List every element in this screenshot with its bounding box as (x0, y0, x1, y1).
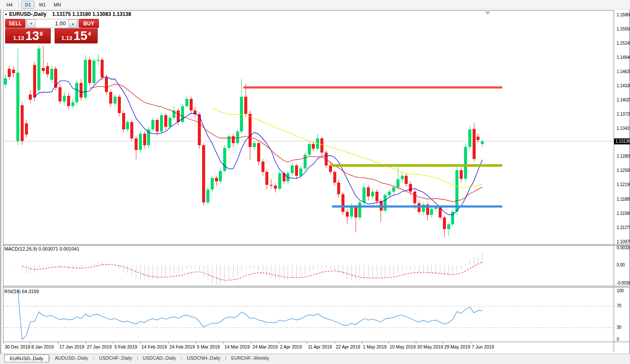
price-axis-label: 1.12195 (617, 182, 630, 187)
buy-button[interactable]: BUY (79, 19, 99, 28)
price-axis-label: 1.13415 (617, 126, 630, 131)
chart-tab-usdcnh[interactable]: USDCNH-,Daily (182, 354, 225, 362)
volume-decrease-icon[interactable]: ▼ (27, 19, 36, 28)
date-axis-label: 24 Feb 2019 (169, 344, 195, 349)
macd-axis-label: 0.003392 (617, 245, 630, 250)
price-axis-label: 1.11885 (617, 197, 630, 202)
ask-price-button[interactable]: 1.13 15 4 (55, 28, 98, 43)
price-axis-label: 1.13720 (617, 112, 630, 116)
chart-tab-audusd[interactable]: AUDUSD-,Daily (50, 354, 93, 362)
symbol-period-label: EURUSD-,Daily (9, 11, 46, 17)
macd-axis-label: -0.003664 (617, 281, 630, 285)
chart-title: ▲ EURUSD-,Daily 1.13175 1.13180 1.13083 … (4, 11, 131, 17)
ohlc-values: 1.13175 1.13180 1.13083 1.13138 (52, 11, 131, 17)
price-axis-label: 1.15550 (617, 27, 630, 31)
date-axis-label: 5 Mar 2019 (197, 344, 220, 349)
volume-stepper: ▼ ▲ (26, 19, 78, 28)
date-axis-label: 5 Feb 2019 (114, 344, 137, 349)
date-axis-label: 14 Feb 2019 (141, 344, 167, 349)
date-axis-label: 27 Jan 2019 (87, 344, 112, 349)
price-axis-label: 1.15245 (617, 41, 630, 46)
date-axis-label: 10 May 2019 (390, 344, 416, 349)
rsi-axis-label: 100 (617, 288, 624, 293)
chart-end-marker-icon (485, 12, 491, 15)
price-axis-label: 1.11580 (617, 211, 630, 216)
volume-input[interactable] (36, 19, 68, 28)
one-click-trading-panel: SELL ▼ ▲ BUY 1.13 13 8 1.13 15 4 (5, 19, 101, 43)
price-axis-label: 1.10970 (617, 239, 630, 244)
bid-price-pip: 8 (40, 31, 43, 37)
ask-price-prefix: 1.13 (61, 35, 72, 41)
date-axis-label: 22 Apr 2019 (336, 344, 360, 349)
rsi-axis-label: 30 (617, 325, 621, 330)
chart-plot-area[interactable] (0, 0, 630, 364)
volume-increase-icon[interactable]: ▲ (68, 19, 77, 28)
date-axis-label: 30 Dec 2018 (5, 344, 31, 349)
price-axis-label: 1.14025 (617, 98, 630, 102)
bid-price-prefix: 1.13 (13, 35, 24, 41)
price-axis-label: 1.15860 (617, 12, 630, 17)
price-axis-label: 1.14330 (617, 83, 630, 88)
date-axis-label: 7 Jun 2019 (472, 344, 494, 349)
date-axis-label: 14 Mar 2019 (224, 344, 250, 349)
chart-window[interactable]: ▲ EURUSD-,Daily 1.13175 1.13180 1.13083 … (0, 9, 630, 354)
macd-axis-label: 0.00 (617, 263, 625, 267)
ask-price-pip: 4 (88, 31, 91, 37)
price-axis-label: 1.12500 (617, 168, 630, 173)
chart-tab-usdcad[interactable]: USDCAD-,Daily (138, 354, 181, 362)
rsi-indicator-label: RSI(14) 64.3159 (4, 289, 39, 294)
date-axis-label: 1 May 2019 (363, 344, 387, 349)
ask-price-big: 15 (74, 29, 87, 43)
chart-tab-bar: EURUSD-,Daily|AUDUSD-,Daily|USDCHF-,Dail… (0, 354, 630, 364)
price-axis-label: 1.12805 (617, 154, 630, 159)
price-axis-label: 1.14940 (617, 55, 630, 60)
chart-tab-eurusd[interactable]: EURUSD-,Daily (4, 355, 49, 362)
rsi-axis-label: 0 (617, 337, 619, 342)
date-axis-label: 20 May 2019 (417, 344, 443, 349)
macd-indicator-label: MACD(12,26,9) 0.003071 0.001041 (4, 246, 79, 251)
chart-tab-usdchf[interactable]: USDCHF-,Daily (94, 354, 137, 362)
date-axis-label: 24 Mar 2019 (252, 344, 278, 349)
chart-tab-eurchf[interactable]: EURCHF-,Weekly (226, 354, 274, 362)
date-axis-label: 2 Apr 2019 (280, 344, 302, 349)
date-axis-label: 8 Jan 2019 (31, 344, 54, 349)
bid-price-big: 13 (25, 29, 39, 43)
collapse-triangle-icon[interactable]: ▲ (4, 12, 8, 16)
current-price-tag: 1.13138 (614, 138, 630, 144)
date-axis-label: 17 Jan 2019 (59, 344, 84, 349)
price-axis-label: 1.14635 (617, 69, 630, 74)
price-axis-label: 1.11275 (617, 225, 630, 230)
bid-price-button[interactable]: 1.13 13 8 (5, 28, 51, 43)
date-axis-label: 29 May 2019 (444, 344, 470, 349)
rsi-axis-label: 70 (617, 303, 621, 308)
mt-terminal: H4D1W1MN ▲ EURUSD-,Daily 1.13175 1.13180… (0, 0, 630, 364)
date-axis-label: 11 Apr 2019 (308, 344, 332, 349)
sell-button[interactable]: SELL (5, 19, 25, 28)
